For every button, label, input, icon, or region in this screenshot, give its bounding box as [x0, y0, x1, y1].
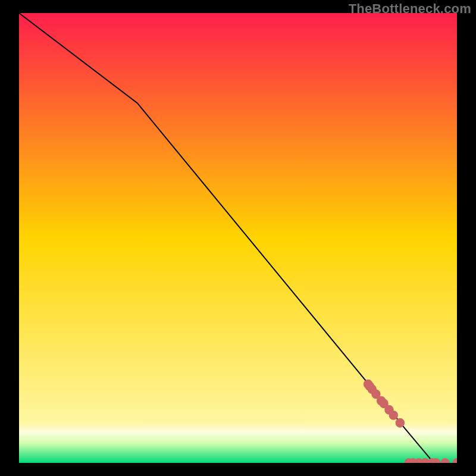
data-marker: [396, 418, 405, 428]
data-marker: [389, 411, 398, 420]
gradient-background: [19, 13, 457, 463]
chart-frame: TheBottleneck.com: [0, 0, 476, 476]
chart-plot: [19, 13, 457, 463]
